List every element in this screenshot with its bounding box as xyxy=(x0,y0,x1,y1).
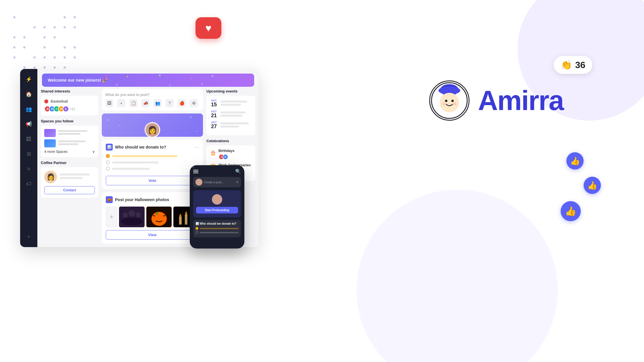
upcoming-events-title: Upcoming events xyxy=(206,89,255,93)
post-icon-video[interactable]: ▪ xyxy=(117,99,125,107)
mobile-radio-1[interactable] xyxy=(195,227,239,230)
chevron-down-icon: ∨ xyxy=(92,150,95,154)
mobile-radio-line-1 xyxy=(200,228,239,229)
svg-point-16 xyxy=(74,46,76,49)
vote-button[interactable]: Vote xyxy=(106,176,199,185)
post-icon-photo[interactable]: 🖼 xyxy=(105,99,113,107)
svg-point-15 xyxy=(64,46,66,49)
preboarding-card: 👩 Start Preboarding xyxy=(102,113,203,137)
mobile-header: 🔍 xyxy=(193,169,241,174)
event-line-2a xyxy=(220,111,246,113)
poll-more-button[interactable]: ··· xyxy=(195,144,199,150)
mobile-radio-2[interactable] xyxy=(195,231,239,234)
svg-point-37 xyxy=(121,217,143,225)
sidebar-icon-tag[interactable]: 🏷 xyxy=(24,179,33,188)
like-button-3[interactable]: 👍 xyxy=(561,201,581,221)
svg-point-50 xyxy=(179,214,181,217)
basketball-dot xyxy=(44,99,48,103)
sidebar-icon-home[interactable]: 🏠 xyxy=(24,90,33,99)
svg-point-51 xyxy=(185,211,187,215)
birthdays-item: 🎂 Birthdays A B xyxy=(210,149,252,160)
event-line-3b xyxy=(220,126,239,128)
amirra-avatar xyxy=(429,80,469,121)
svg-point-25 xyxy=(43,66,46,69)
poll-icon: 📊 xyxy=(106,144,113,151)
svg-point-21 xyxy=(64,56,66,59)
mobile-radio-dot-1 xyxy=(195,227,198,230)
svg-point-12 xyxy=(13,46,16,49)
basketball-label: Basketball xyxy=(51,99,68,103)
spaces-section: Spaces you follow xyxy=(41,119,98,157)
event-day-3: 27 xyxy=(211,124,217,129)
svg-point-2 xyxy=(74,16,76,18)
preboarding-avatar: 👩 xyxy=(145,122,160,137)
poll-title-text: Who should we donate to? xyxy=(115,145,166,149)
mobile-preboarding-avatar xyxy=(212,194,222,205)
sidebar-icon-flash[interactable]: ⚡ xyxy=(24,75,33,84)
mobile-poll-card: 📊 Who should we donate to? xyxy=(193,220,241,237)
mobile-create-row[interactable]: Create a post... + xyxy=(193,177,241,187)
welcome-banner-text: Welcome our new joiners! 🎉 xyxy=(48,78,108,83)
poll-option-3[interactable] xyxy=(106,167,199,171)
left-column: Shared interests Basketball A B C D E xyxy=(41,89,98,244)
photo-grid: + xyxy=(106,207,199,227)
interest-basketball: Basketball xyxy=(44,99,95,103)
add-photo-button[interactable]: + xyxy=(106,207,117,227)
clap-emoji: 👏 xyxy=(561,59,572,70)
amirra-brand-name: Amirra xyxy=(478,85,564,116)
more-spaces-button[interactable]: 4 more Spaces ∨ xyxy=(44,150,95,154)
event-item-3: Oct 27 xyxy=(210,121,252,129)
event-day-1: 15 xyxy=(211,102,217,107)
sidebar-icon-image[interactable]: 🖼 xyxy=(24,134,33,144)
svg-point-35 xyxy=(453,102,457,105)
sidebar-icon-megaphone[interactable]: 📢 xyxy=(24,120,33,129)
event-line-1a xyxy=(220,101,247,103)
sidebar-icon-people[interactable]: 👥 xyxy=(24,105,33,114)
coffee-partner-title: Coffee Partner xyxy=(41,161,98,165)
poll-line-3 xyxy=(112,168,150,170)
poll-option-1[interactable] xyxy=(106,154,199,158)
mobile-user-avatar xyxy=(195,179,202,186)
sidebar-icon-plus[interactable]: + xyxy=(24,232,33,241)
more-spaces-label: 4 more Spaces xyxy=(44,150,68,154)
mobile-search-icon: 🔍 xyxy=(235,169,241,174)
basketball-avatars: A B C D E +11 xyxy=(44,106,95,112)
space-thumb-2 xyxy=(44,139,56,147)
svg-point-38 xyxy=(123,212,128,217)
svg-point-23 xyxy=(23,66,26,69)
heart-notification-badge xyxy=(195,17,221,39)
halloween-card: 🎃 Post your Halloween photos ··· + xyxy=(102,192,203,244)
shared-interests-section: Shared interests Basketball A B C D E xyxy=(41,89,98,115)
event-line-1b xyxy=(220,104,241,106)
post-icon-people[interactable]: 👥 xyxy=(154,99,162,107)
coffee-partner-avatar: 👩 xyxy=(44,171,57,183)
space-line-3 xyxy=(58,140,86,142)
poll-option-2[interactable] xyxy=(106,160,199,164)
space-item-2 xyxy=(44,139,95,147)
sidebar-icon-grid[interactable]: ⊞ xyxy=(24,149,33,159)
contact-button[interactable]: Contact xyxy=(44,186,95,194)
sidebar-icon-list[interactable]: ≡ xyxy=(24,164,33,174)
birthday-icon: 🎂 xyxy=(210,149,216,156)
svg-point-8 xyxy=(13,36,16,38)
post-icon-recycle[interactable]: ♻ xyxy=(190,99,198,107)
view-button[interactable]: View xyxy=(106,230,199,240)
welcome-banner: Welcome our new joiners! 🎉 xyxy=(42,74,254,87)
mobile-preboarding-button[interactable]: Start Preboarding xyxy=(196,207,238,213)
space-line-2 xyxy=(58,133,80,135)
middle-column: What do you want to post? 🖼 ▪ 📋 📣 👥 ? 🍎 … xyxy=(102,89,203,244)
spaces-title: Spaces you follow xyxy=(41,119,98,123)
svg-point-42 xyxy=(151,212,166,226)
post-icon-doc[interactable]: 📋 xyxy=(129,99,137,107)
like-button-2[interactable]: 👍 xyxy=(584,177,601,194)
like-button-1[interactable]: 👍 xyxy=(566,152,584,170)
post-type-card: What do you want to post? 🖼 ▪ 📋 📣 👥 ? 🍎 … xyxy=(102,89,203,111)
shared-interests-card: Basketball A B C D E +11 xyxy=(41,96,98,115)
svg-point-24 xyxy=(33,66,36,69)
space-line-4 xyxy=(58,143,78,145)
post-icon-announce[interactable]: 📣 xyxy=(141,99,150,107)
svg-point-31 xyxy=(440,93,459,112)
post-icon-question[interactable]: ? xyxy=(166,99,174,107)
svg-point-40 xyxy=(136,212,141,217)
post-icon-app[interactable]: 🍎 xyxy=(178,99,186,107)
